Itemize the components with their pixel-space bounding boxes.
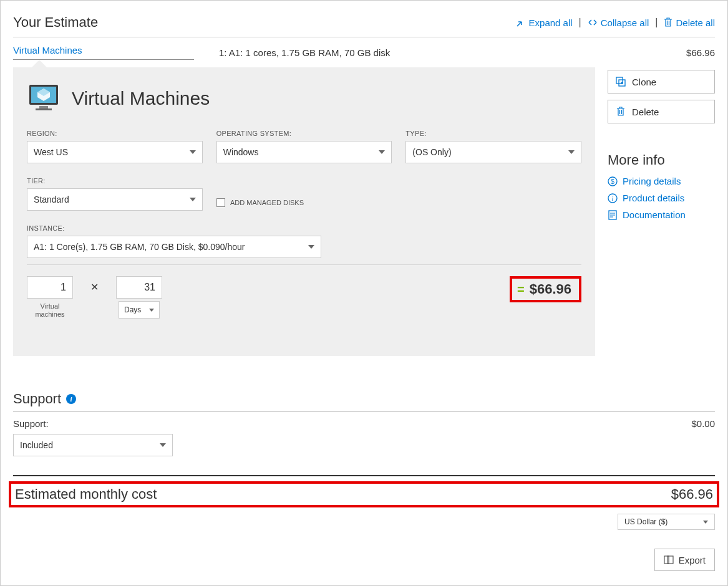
duration-unit-value: Days <box>124 305 141 314</box>
svg-rect-2 <box>39 106 48 108</box>
vm-icon <box>27 82 61 115</box>
summary-price: $66.96 <box>686 47 715 58</box>
separator: | <box>579 17 581 28</box>
summary-description: 1: A1: 1 cores, 1.75 GB RAM, 70 GB disk <box>194 47 686 58</box>
svg-text:i: i <box>612 195 614 202</box>
divider <box>13 475 715 476</box>
expand-all-label: Expand all <box>529 17 573 28</box>
estimated-cost-value: $66.96 <box>671 486 713 502</box>
managed-disks-label: ADD MANAGED DISKS <box>230 199 304 206</box>
trash-icon <box>664 17 672 27</box>
documentation-link[interactable]: Documentation <box>608 209 715 220</box>
collapse-icon <box>588 17 598 27</box>
panel-title: Virtual Machines <box>72 88 210 109</box>
os-select[interactable]: Windows <box>216 141 392 163</box>
info-icon[interactable]: i <box>66 394 76 404</box>
duration-unit-select[interactable]: Days <box>119 301 160 319</box>
vm-count-input[interactable]: 1 <box>27 276 73 299</box>
trash-icon <box>616 107 626 117</box>
chevron-down-icon <box>703 521 708 524</box>
documentation-label: Documentation <box>623 209 686 220</box>
dollar-icon: $ <box>608 176 618 186</box>
svg-text:$: $ <box>611 178 614 185</box>
collapse-all-button[interactable]: Collapse all <box>588 17 649 28</box>
managed-disks-checkbox-row[interactable]: ADD MANAGED DISKS <box>216 195 304 211</box>
pricing-details-label: Pricing details <box>623 176 681 186</box>
clone-button[interactable]: Clone <box>608 70 715 94</box>
tier-select[interactable]: Standard <box>27 188 203 211</box>
os-label: OPERATING SYSTEM: <box>216 130 392 137</box>
chevron-down-icon <box>160 443 166 447</box>
collapse-all-label: Collapse all <box>601 17 649 28</box>
support-heading: Support i <box>13 391 715 412</box>
export-icon <box>664 555 674 565</box>
divider <box>27 264 581 265</box>
support-select[interactable]: Included <box>13 434 173 456</box>
export-button[interactable]: Export <box>654 549 715 571</box>
instance-select[interactable]: A1: 1 Core(s), 1.75 GB RAM, 70 GB Disk, … <box>27 236 321 258</box>
vm-count-value: 1 <box>61 282 66 293</box>
delete-all-label: Delete all <box>676 17 715 28</box>
side-column: Clone Delete More info $ Pricing details… <box>608 67 715 356</box>
document-icon <box>608 210 618 220</box>
instance-value: A1: 1 Core(s), 1.75 GB RAM, 70 GB Disk, … <box>34 242 245 252</box>
summary-service-link[interactable]: Virtual Machines <box>13 45 194 60</box>
type-label: TYPE: <box>405 130 581 137</box>
line-item-cost-box: = $66.96 <box>510 276 581 302</box>
tier-value: Standard <box>34 195 69 204</box>
delete-label: Delete <box>632 107 659 117</box>
type-value: (OS Only) <box>412 147 451 157</box>
currency-select[interactable]: US Dollar ($) <box>618 514 715 530</box>
os-value: Windows <box>223 147 259 157</box>
vm-count-caption: Virtual machines <box>27 302 73 319</box>
delete-all-button[interactable]: Delete all <box>664 17 715 28</box>
svg-rect-3 <box>36 108 52 110</box>
support-label: Support: <box>13 418 49 429</box>
estimated-monthly-cost-row: Estimated monthly cost $66.96 <box>9 481 719 507</box>
expand-icon <box>516 17 526 27</box>
instance-label: INSTANCE: <box>27 224 581 232</box>
delete-button[interactable]: Delete <box>608 100 715 123</box>
clone-icon <box>616 77 626 87</box>
duration-input[interactable]: 31 <box>116 276 162 299</box>
clone-label: Clone <box>632 77 656 87</box>
more-info-heading: More info <box>608 152 715 168</box>
multiply-icon: ✕ <box>90 281 99 293</box>
product-details-label: Product details <box>623 193 684 203</box>
tier-label: TIER: <box>27 177 203 185</box>
type-select[interactable]: (OS Only) <box>405 141 581 163</box>
support-heading-label: Support <box>13 391 61 407</box>
checkbox-icon[interactable] <box>216 198 225 207</box>
product-details-link[interactable]: i Product details <box>608 193 715 203</box>
region-label: REGION: <box>27 130 203 137</box>
svg-rect-11 <box>664 556 669 564</box>
estimated-cost-label: Estimated monthly cost <box>15 486 157 502</box>
page-title: Your Estimate <box>13 14 98 31</box>
support-cost: $0.00 <box>691 418 715 429</box>
support-value: Included <box>20 440 53 450</box>
chevron-down-icon <box>568 150 575 154</box>
svg-rect-12 <box>667 556 673 564</box>
separator: | <box>655 17 658 28</box>
region-value: West US <box>34 147 68 157</box>
header-actions: Expand all | Collapse all | Delete all <box>516 17 715 28</box>
export-label: Export <box>679 555 706 565</box>
pricing-details-link[interactable]: $ Pricing details <box>608 176 715 186</box>
chevron-down-icon <box>190 150 196 154</box>
region-select[interactable]: West US <box>27 141 203 163</box>
chevron-down-icon <box>379 150 385 154</box>
estimate-summary-row: Virtual Machines 1: A1: 1 cores, 1.75 GB… <box>13 37 715 67</box>
chevron-down-icon <box>149 309 154 312</box>
expand-all-button[interactable]: Expand all <box>516 17 573 28</box>
duration-value: 31 <box>144 282 155 293</box>
vm-config-panel: Virtual Machines REGION: West US OPERATI… <box>13 67 595 356</box>
chevron-down-icon <box>190 198 196 201</box>
info-icon: i <box>608 193 618 203</box>
currency-value: US Dollar ($) <box>624 517 667 526</box>
chevron-down-icon <box>308 245 314 249</box>
line-item-cost: $66.96 <box>530 281 571 297</box>
equals-icon: = <box>517 282 525 297</box>
